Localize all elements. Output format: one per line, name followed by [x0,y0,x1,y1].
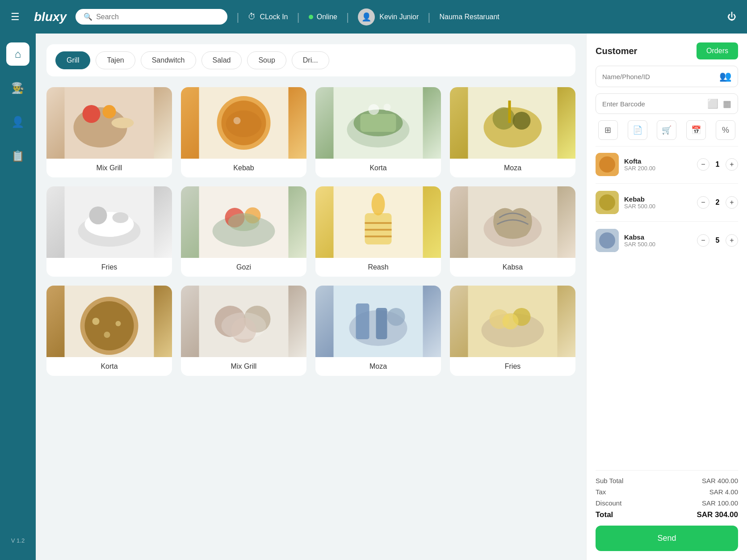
svg-point-61 [599,156,615,173]
calendar-icon-btn[interactable]: 📅 [686,120,706,140]
file-icon-btn[interactable]: 📄 [628,120,647,140]
discount-row: Discount SAR 100.00 [596,499,738,507]
tab-tajen[interactable]: Tajen [96,51,135,69]
svg-point-49 [222,312,266,339]
group-icon: 👥 [719,71,731,82]
qty-increase-kebab[interactable]: + [726,196,738,209]
food-card-mix-grill[interactable]: Mix Grill [46,87,172,177]
barcode-input[interactable] [602,100,703,108]
order-item-info-kebab: Kebab SAR 500.00 [624,195,692,210]
order-item-kofta: Kofta SAR 200.00 − 1 + [596,153,738,176]
divider-4: | [428,11,430,23]
qty-control-kabsa: − 5 + [697,234,738,247]
customer-input[interactable] [602,73,715,80]
totals-section: Sub Total SAR 400.00 Tax SAR 4.00 Discou… [596,477,738,519]
online-label: Online [317,13,337,21]
main-layout: ⌂ 👨‍🍳 👤 📋 V 1.2 Grill Tajen Sandwitch Sa… [0,34,747,560]
sidebar: ⌂ 👨‍🍳 👤 📋 V 1.2 [0,34,36,560]
food-card-korta[interactable]: Korta [315,87,441,177]
svg-point-19 [513,112,531,130]
restaurant-name: Nauma Restaruant [440,13,499,21]
food-label-fries: Fries [46,258,172,277]
category-tabs: Grill Tajen Sandwitch Salad Soup Dri... [46,44,575,76]
percent-icon-btn[interactable]: % [716,120,735,140]
food-label-kebab: Kebab [181,159,306,177]
food-card-korta-2[interactable]: Korta [46,286,172,376]
sidebar-item-home[interactable]: ⌂ [6,42,29,66]
search-input[interactable] [96,13,219,21]
qty-increase-kabsa[interactable]: + [726,234,738,247]
food-image-gozi [181,186,306,258]
food-image-fries [46,186,172,258]
svg-point-15 [384,104,391,111]
tab-salad[interactable]: Salad [201,51,242,69]
send-button[interactable]: Send [596,526,738,551]
customer-input-row: 👥 [596,66,738,87]
food-image-mix-grill [46,87,172,159]
order-item-name-kofta: Kofta [624,157,692,165]
svg-point-30 [228,213,260,231]
food-card-fries-2[interactable]: Fries [450,286,575,376]
svg-point-42 [92,318,100,325]
tab-grill[interactable]: Grill [55,51,90,69]
total-value: SAR 304.00 [697,510,738,519]
scan-icon[interactable]: ⬜ [707,98,718,109]
tab-sandwitch[interactable]: Sandwitch [141,51,196,69]
barcode-icon[interactable]: ▦ [723,98,731,109]
svg-point-65 [599,232,615,248]
cart-icon-btn[interactable]: 🛒 [657,120,676,140]
food-label-moza: Moza [450,159,575,177]
order-items: Kofta SAR 200.00 − 1 + Kebab SAR 500.00 [596,153,738,464]
subtotal-row: Sub Total SAR 400.00 [596,477,738,484]
sidebar-item-orders[interactable]: 📋 [6,144,29,168]
online-dot [309,15,313,19]
qty-decrease-kabsa[interactable]: − [697,234,709,247]
divider-kofta [596,183,738,184]
qty-value-kofta: 1 [713,160,722,168]
qty-control-kofta: − 1 + [697,158,738,171]
divider-3: | [346,11,349,23]
sidebar-item-chef[interactable]: 👨‍🍳 [6,76,29,100]
qty-increase-kofta[interactable]: + [726,158,738,171]
online-status: Online [309,13,337,21]
divider-kebab [596,221,738,222]
food-card-kebab[interactable]: Kebab [181,87,306,177]
svg-rect-13 [361,114,396,132]
total-row: Total SAR 304.00 [596,510,738,519]
food-card-kabsa[interactable]: Kabsa [450,186,575,277]
order-item-name-kabsa: Kabsa [624,233,692,241]
customer-title: Customer [596,46,637,56]
food-card-mix-grill-2[interactable]: Mix Grill [181,286,306,376]
avatar: 👤 [358,8,375,25]
food-card-gozi[interactable]: Gozi [181,186,306,277]
food-card-reash[interactable]: Reash [315,186,441,277]
search-bar[interactable]: 🔍 [76,9,227,25]
food-image-kabsa [450,186,575,258]
food-card-moza[interactable]: Moza [450,87,575,177]
orders-button[interactable]: Orders [697,42,738,59]
food-card-moza-2[interactable]: Moza [315,286,441,376]
user-profile[interactable]: 👤 Kevin Junior [358,8,419,25]
food-card-fries[interactable]: Fries [46,186,172,277]
food-label-kabsa: Kabsa [450,258,575,277]
clock-in[interactable]: ⏱ CLock In [248,12,288,21]
qty-decrease-kebab[interactable]: − [697,196,709,209]
order-item-price-kabsa: SAR 500.00 [624,241,692,248]
app-header: ☰ bluxy 🔍 | ⏱ CLock In | Online | 👤 Kevi… [0,0,747,34]
food-image-moza-2 [315,286,441,357]
svg-rect-52 [356,303,369,339]
sidebar-item-person[interactable]: 👤 [6,110,29,134]
tab-drinks[interactable]: Dri... [292,51,329,69]
total-label: Total [596,510,613,519]
table-icon-btn[interactable]: ⊞ [598,120,618,140]
food-label-reash: Reash [315,258,441,277]
svg-point-3 [103,105,116,118]
qty-decrease-kofta[interactable]: − [697,158,709,171]
power-icon[interactable]: ⏻ [727,12,736,22]
svg-point-41 [85,301,134,350]
menu-icon[interactable]: ☰ [11,11,20,23]
svg-point-14 [369,104,379,115]
barcode-row: ⬜ ▦ [596,93,738,114]
svg-point-9 [226,110,262,137]
tab-soup[interactable]: Soup [247,51,286,69]
